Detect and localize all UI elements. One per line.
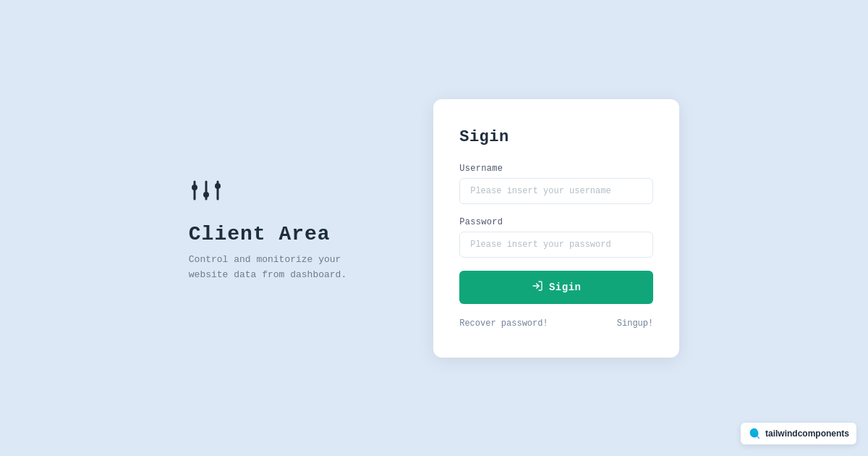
- card-title: Sigin: [459, 128, 653, 146]
- signin-button[interactable]: Sigin: [459, 271, 653, 304]
- svg-point-5: [215, 183, 221, 189]
- svg-point-3: [203, 192, 209, 198]
- brand-badge: tailwindcomponents: [741, 423, 856, 444]
- app-title: Client Area: [189, 223, 331, 245]
- app-description: Control and monitorize your website data…: [189, 253, 346, 283]
- username-group: Username: [459, 164, 653, 204]
- card-footer: Recover password! Singup!: [459, 318, 653, 329]
- username-label: Username: [459, 164, 653, 174]
- recover-password-link[interactable]: Recover password!: [459, 318, 548, 329]
- left-panel: Client Area Control and monitorize your …: [189, 173, 346, 283]
- password-input[interactable]: [459, 232, 653, 258]
- brand-name: tailwindcomponents: [765, 428, 849, 439]
- logo-icon: [189, 173, 224, 211]
- password-label: Password: [459, 217, 653, 227]
- username-input[interactable]: [459, 178, 653, 204]
- brand-logo-icon: [748, 427, 761, 440]
- signup-link[interactable]: Singup!: [617, 318, 653, 329]
- password-group: Password: [459, 217, 653, 258]
- login-card: Sigin Username Password Sigin Recover pa…: [433, 99, 679, 358]
- svg-point-1: [192, 185, 197, 190]
- signin-icon: [532, 280, 543, 295]
- main-container: Client Area Control and monitorize your …: [0, 0, 868, 456]
